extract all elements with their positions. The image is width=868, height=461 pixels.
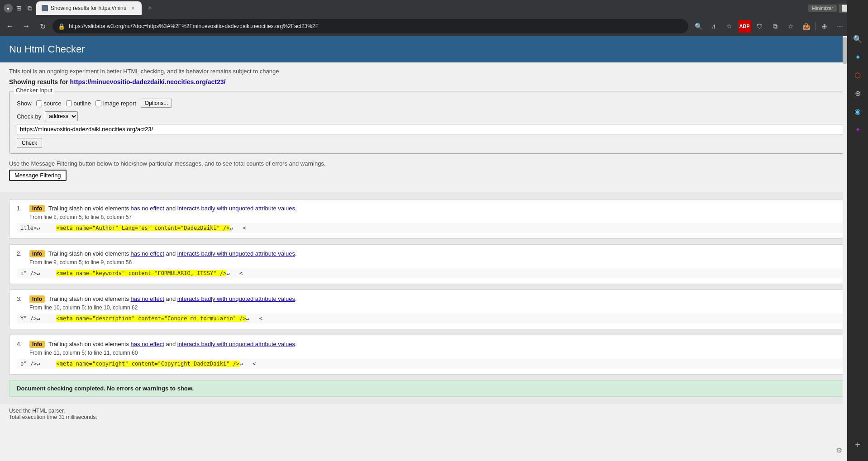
sidebar-search-icon[interactable]: 🔍 bbox=[850, 32, 865, 46]
url-input[interactable] bbox=[17, 124, 851, 134]
result-location-4: From line 11, column 5; to line 11, colu… bbox=[17, 350, 851, 356]
options-btn[interactable]: Options... bbox=[141, 99, 172, 108]
back-btn[interactable]: ← bbox=[4, 20, 16, 33]
source-checkbox[interactable] bbox=[36, 100, 42, 106]
result-location-2: From line 9, column 5; to line 9, column… bbox=[17, 259, 851, 266]
active-tab[interactable]: nu Showing results for https://minu ✕ bbox=[36, 1, 142, 15]
image-report-checkbox[interactable] bbox=[95, 100, 101, 106]
result-header-1: 1. Info Trailing slash on void elements … bbox=[17, 205, 851, 212]
has-no-effect-link-4[interactable]: has no effect bbox=[131, 341, 164, 347]
info-badge-4: Info bbox=[29, 341, 45, 348]
showing-results: Showing results for https://minuevositio… bbox=[9, 78, 859, 86]
grid-icon[interactable]: ⊞ bbox=[14, 4, 24, 13]
interacts-badly-link-2[interactable]: interacts badly with unquoted attribute … bbox=[177, 250, 295, 257]
subtitle: This tool is an ongoing experiment in be… bbox=[9, 68, 859, 75]
result-msg-3: Trailing slash on void elements has no e… bbox=[48, 295, 297, 302]
check-btn[interactable]: Check bbox=[17, 138, 42, 148]
result-header-2: 2. Info Trailing slash on void elements … bbox=[17, 250, 851, 257]
result-item-2: 2. Info Trailing slash on void elements … bbox=[9, 244, 859, 284]
showing-results-prefix: Showing results for bbox=[9, 78, 70, 86]
checker-input-box: Checker Input Show source outline image … bbox=[9, 91, 859, 154]
has-no-effect-link-3[interactable]: has no effect bbox=[131, 295, 164, 302]
check-by-select[interactable]: address bbox=[45, 111, 78, 121]
code-highlight-2: <meta name="keywords" content="FORMULARI… bbox=[56, 270, 226, 276]
scrollbar-thumb[interactable] bbox=[843, 37, 847, 64]
show-row: Show source outline image report Options… bbox=[17, 99, 851, 108]
checker-input-legend: Checker Input bbox=[14, 87, 54, 94]
interacts-badly-link-4[interactable]: interacts badly with unquoted attribute … bbox=[177, 341, 295, 347]
result-code-2: i" />↵ <meta name="keywords" content="FO… bbox=[17, 268, 851, 278]
tab-title: Showing results for https://minu bbox=[51, 5, 126, 11]
more-btn[interactable]: ⋯ bbox=[834, 20, 846, 33]
has-no-effect-link-1[interactable]: has no effect bbox=[131, 205, 164, 212]
lock-icon: 🔒 bbox=[58, 23, 65, 30]
read-mode-btn[interactable]: 𝐴 bbox=[707, 20, 720, 33]
execution-text: Total execution time 31 milliseconds. bbox=[9, 414, 859, 420]
right-sidebar: 🔍 ✦ ⬡ ⊕ ◉ ✦ + bbox=[847, 0, 868, 424]
result-number-2: 2. bbox=[17, 250, 26, 257]
result-item-4: 4. Info Trailing slash on void elements … bbox=[9, 335, 859, 375]
main-content-area: Nu Html Checker This tool is an ongoing … bbox=[0, 36, 868, 424]
message-filtering-btn[interactable]: Message Filtering bbox=[9, 170, 67, 181]
result-code-3: Y" />↵ <meta name="description" content=… bbox=[17, 314, 851, 323]
sidebar-copilot-icon[interactable]: ✦ bbox=[850, 50, 865, 64]
parser-text: Used the HTML parser. bbox=[9, 408, 859, 414]
result-location-1: From line 8, column 5; to line 8, column… bbox=[17, 214, 851, 220]
window-minimize-btn[interactable]: Minimizar bbox=[808, 5, 837, 12]
result-location-3: From line 10, column 5; to line 10, colu… bbox=[17, 304, 851, 311]
result-number-1: 1. bbox=[17, 205, 26, 212]
has-no-effect-link-2[interactable]: has no effect bbox=[131, 250, 164, 257]
browser-wrapper: Nu Html Checker This tool is an ongoing … bbox=[0, 36, 868, 424]
filter-info: Use the Message Filtering button below t… bbox=[9, 160, 859, 167]
collection-btn[interactable]: ☆ bbox=[784, 20, 797, 33]
interacts-badly-link-1[interactable]: interacts badly with unquoted attribute … bbox=[177, 205, 295, 212]
nav-bar: ← → ↻ 🔒 https://validator.w3.org/nu/?doc… bbox=[0, 16, 868, 36]
result-code-1: itle>↵ <meta name="Author" Lang="es" con… bbox=[17, 223, 851, 233]
check-by-label: Check by bbox=[17, 113, 41, 120]
result-item-3: 3. Info Trailing slash on void elements … bbox=[9, 290, 859, 329]
show-label: Show bbox=[17, 100, 32, 107]
search-btn[interactable]: 🔍 bbox=[692, 20, 705, 33]
favorite-btn[interactable]: ☆ bbox=[723, 20, 735, 33]
tab-bar: ● ⊞ ⧉ nu Showing results for https://min… bbox=[0, 0, 868, 16]
interacts-badly-link-3[interactable]: interacts badly with unquoted attribute … bbox=[177, 295, 295, 302]
sidebar-discover-icon[interactable]: ⬡ bbox=[850, 68, 865, 82]
refresh-btn[interactable]: ↻ bbox=[36, 20, 49, 33]
address-bar[interactable]: 🔒 https://validator.w3.org/nu/?doc=https… bbox=[52, 19, 688, 33]
wallet-btn[interactable]: 👜 bbox=[800, 20, 812, 33]
info-badge-2: Info bbox=[29, 250, 45, 257]
result-number-3: 3. bbox=[17, 295, 26, 302]
sidebar-tools-icon[interactable]: ⊕ bbox=[850, 86, 865, 100]
result-msg-4: Trailing slash on void elements has no e… bbox=[48, 341, 297, 347]
profile-icon[interactable]: ● bbox=[4, 4, 13, 13]
results-area: 1. Info Trailing slash on void elements … bbox=[0, 192, 868, 404]
shield-btn[interactable]: 🛡 bbox=[754, 20, 766, 33]
sidebar-purple-icon[interactable]: ✦ bbox=[850, 122, 865, 137]
result-code-4: o" />↵ <meta name="copyright" content="C… bbox=[17, 359, 851, 369]
page-header: Nu Html Checker bbox=[0, 36, 868, 62]
check-by-row: Check by address bbox=[17, 111, 851, 121]
outline-checkbox[interactable] bbox=[66, 100, 72, 106]
page-icon[interactable]: ⧉ bbox=[25, 4, 34, 13]
info-badge-1: Info bbox=[29, 205, 45, 212]
image-report-checkbox-label[interactable]: image report bbox=[95, 100, 136, 107]
nav-separator bbox=[815, 22, 816, 31]
sidebar-blue-icon[interactable]: ◉ bbox=[850, 104, 865, 119]
completion-text: Document checking completed. No errors o… bbox=[17, 385, 194, 392]
source-checkbox-label[interactable]: source bbox=[36, 100, 62, 107]
abp-btn[interactable]: ABP bbox=[738, 20, 751, 33]
info-badge-3: Info bbox=[29, 295, 45, 303]
extensions-btn[interactable]: ⊕ bbox=[818, 20, 831, 33]
outline-checkbox-label[interactable]: outline bbox=[66, 100, 91, 107]
split-btn[interactable]: ⧉ bbox=[769, 20, 782, 33]
result-header-3: 3. Info Trailing slash on void elements … bbox=[17, 295, 851, 303]
completion-banner: Document checking completed. No errors o… bbox=[9, 380, 859, 397]
forward-btn[interactable]: → bbox=[20, 20, 33, 33]
nav-actions: 🔍 𝐴 ☆ ABP 🛡 ⧉ ☆ 👜 ⊕ ⋯ bbox=[692, 20, 846, 33]
scrollbar-track[interactable] bbox=[843, 36, 847, 424]
footer-info: Used the HTML parser. Total execution ti… bbox=[0, 404, 868, 424]
tab-close-btn[interactable]: ✕ bbox=[129, 5, 136, 12]
showing-results-url[interactable]: https://minuevositio-dadezdaiki.neocitie… bbox=[70, 78, 226, 86]
new-tab-btn[interactable]: + bbox=[143, 2, 156, 14]
result-item: 1. Info Trailing slash on void elements … bbox=[9, 199, 859, 239]
